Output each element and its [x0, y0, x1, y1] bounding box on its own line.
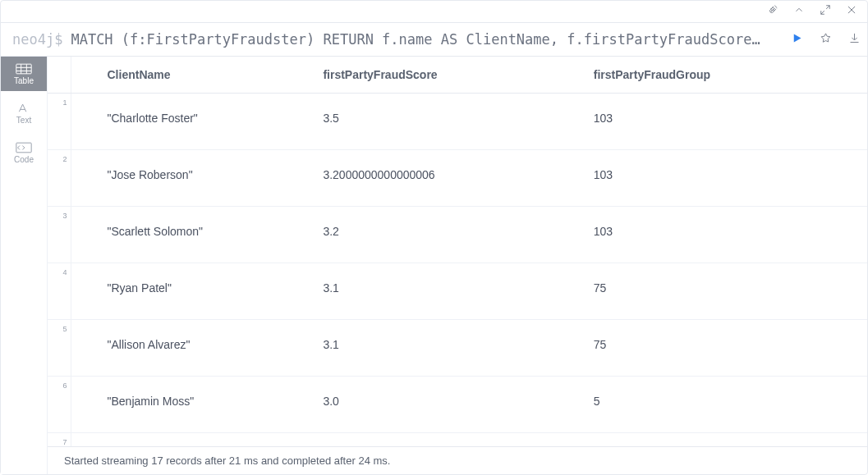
code-icon: [16, 142, 32, 153]
svg-rect-10: [16, 143, 31, 153]
status-bar: Started streaming 17 records after 21 ms…: [48, 446, 867, 474]
cell: [316, 433, 586, 447]
cell: "Scarlett Solomon": [71, 207, 316, 263]
result-content: ClientName firstPartyFraudScore firstPar…: [47, 57, 867, 474]
cell: 103: [587, 207, 867, 263]
tab-code-label: Code: [14, 155, 34, 164]
table-row[interactable]: 2"Jose Roberson"3.2000000000000006103: [48, 150, 867, 207]
col-header[interactable]: firstPartyFraudGroup: [587, 57, 867, 94]
cell: "Benjamin Moss": [71, 377, 316, 433]
cell: 75: [587, 263, 867, 320]
query-text[interactable]: MATCH (f:FirstPartyFraudster) RETURN f.n…: [71, 31, 776, 48]
table-row[interactable]: 7: [48, 433, 867, 447]
cell: [71, 433, 316, 447]
text-icon: [16, 103, 32, 114]
row-index-header: [48, 57, 71, 94]
col-header[interactable]: firstPartyFraudScore: [316, 57, 586, 94]
editor-actions: [784, 32, 861, 48]
cell: 3.1: [316, 320, 586, 377]
favorite-icon[interactable]: [820, 32, 832, 48]
cell: 103: [587, 150, 867, 207]
cell: 3.5: [316, 94, 586, 150]
table-icon: [16, 63, 32, 75]
tab-text[interactable]: Text: [1, 96, 47, 130]
row-index: 3: [48, 207, 71, 263]
cell: 3.1: [316, 263, 586, 320]
tab-table[interactable]: Table: [1, 57, 47, 91]
cell: "Jose Roberson": [71, 150, 316, 207]
close-icon[interactable]: [846, 4, 857, 19]
table-row[interactable]: 4"Ryan Patel"3.175: [48, 263, 867, 320]
col-header[interactable]: ClientName: [71, 57, 316, 94]
svg-rect-5: [16, 64, 31, 74]
svg-line-0: [826, 6, 829, 9]
cell: "Ryan Patel": [71, 263, 316, 320]
download-icon[interactable]: [848, 32, 861, 48]
row-index: 6: [48, 377, 71, 433]
tab-code[interactable]: Code: [1, 135, 47, 170]
run-button[interactable]: [791, 32, 803, 48]
svg-marker-4: [794, 34, 801, 42]
table-row[interactable]: 1"Charlotte Foster"3.5103: [48, 94, 867, 150]
cell: 103: [587, 94, 867, 150]
query-editor[interactable]: neo4j$ MATCH (f:FirstPartyFraudster) RET…: [1, 22, 867, 57]
collapse-icon[interactable]: [793, 4, 805, 19]
result-frame: neo4j$ MATCH (f:FirstPartyFraudster) RET…: [0, 0, 868, 475]
prompt-label: neo4j$: [12, 31, 62, 48]
row-index: 5: [48, 320, 71, 377]
cell: "Allison Alvarez": [71, 320, 316, 377]
cell: "Charlotte Foster": [71, 94, 316, 150]
result-body: Table Text Code: [1, 57, 867, 474]
table-row[interactable]: 5"Allison Alvarez"3.175: [48, 320, 867, 377]
cell: 3.2000000000000006: [316, 150, 586, 207]
result-table: ClientName firstPartyFraudScore firstPar…: [48, 57, 867, 446]
row-index: 4: [48, 263, 71, 320]
row-index: 7: [48, 433, 71, 447]
row-index: 1: [48, 94, 71, 150]
result-table-wrap[interactable]: ClientName firstPartyFraudScore firstPar…: [48, 57, 867, 446]
status-text: Started streaming 17 records after 21 ms…: [64, 454, 390, 467]
expand-icon[interactable]: [820, 4, 831, 19]
cell: [587, 433, 867, 447]
window-controls: [1, 1, 867, 22]
svg-line-1: [821, 11, 824, 14]
tab-text-label: Text: [16, 116, 31, 125]
table-header-row: ClientName firstPartyFraudScore firstPar…: [48, 57, 867, 94]
table-row[interactable]: 6"Benjamin Moss"3.05: [48, 377, 867, 433]
tab-table-label: Table: [14, 76, 34, 85]
cell: 5: [587, 377, 867, 433]
view-switcher: Table Text Code: [1, 57, 47, 474]
row-index: 2: [48, 150, 71, 207]
cell: 75: [587, 320, 867, 377]
cell: 3.2: [316, 207, 586, 263]
cell: 3.0: [316, 377, 586, 433]
pin-icon[interactable]: [767, 4, 778, 19]
table-row[interactable]: 3"Scarlett Solomon"3.2103: [48, 207, 867, 263]
